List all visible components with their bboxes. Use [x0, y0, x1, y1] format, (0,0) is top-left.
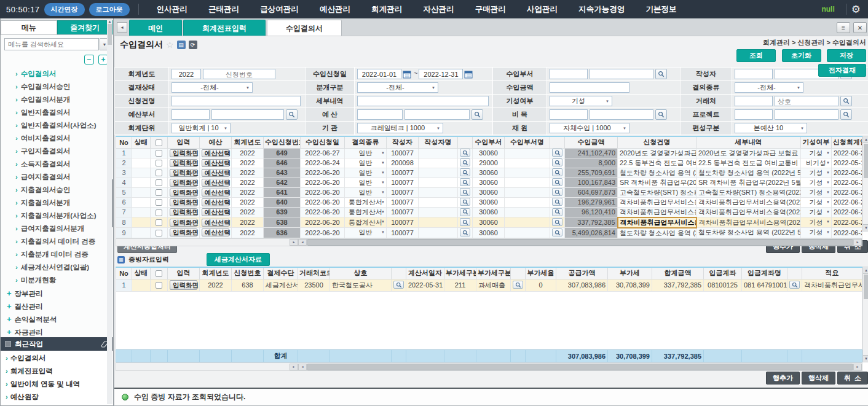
sidebar-item[interactable]: 구입지출결의서	[1, 145, 113, 158]
row-checkbox[interactable]	[156, 199, 162, 206]
top-menu-item[interactable]: 예산관리	[320, 4, 350, 15]
row-checkbox[interactable]	[156, 170, 162, 176]
dept-search-icon[interactable]	[552, 198, 562, 206]
select-all-checkbox[interactable]	[156, 139, 162, 146]
budget-select-button[interactable]: 예산선택	[202, 208, 229, 216]
grid2-hscrollbar[interactable]: ▸◂▸	[116, 362, 862, 371]
input-screen-button[interactable]: 입력화면	[170, 228, 197, 236]
type-select[interactable]: 일반▼	[345, 168, 387, 178]
row-checkbox[interactable]	[156, 160, 162, 166]
top-menu-item[interactable]: 회계관리	[371, 4, 402, 15]
vendor-search-icon[interactable]	[393, 281, 404, 289]
search-button[interactable]: 조회	[736, 49, 776, 62]
request-no-input[interactable]	[203, 69, 275, 79]
type-select[interactable]: 일반▼	[345, 158, 387, 168]
income-row[interactable]: 3 입력화면 예산선택 2022 643 2022-06-20 일반▼	[116, 168, 862, 178]
recent-scrollbar[interactable]: ▲	[107, 20, 112, 404]
jaewon-select[interactable]: 자체수입 | 1000▼	[550, 123, 629, 133]
type-select[interactable]: 일반▼	[345, 178, 387, 187]
save-button[interactable]: 저장	[827, 49, 866, 62]
top-menu-item[interactable]: 기본정보	[645, 4, 676, 15]
hscroll-right-icon[interactable]: ▸	[290, 239, 298, 246]
tab-menu[interactable]: 메뉴	[1, 20, 57, 34]
type-select[interactable]: 일반▼	[345, 187, 387, 197]
vscroll-thumb[interactable]	[864, 144, 868, 178]
budget-select-button[interactable]: 예산선택	[202, 159, 229, 167]
top-menu-item[interactable]: 지속가능경영	[578, 4, 625, 15]
bungae-select[interactable]: -전체-▼	[357, 82, 438, 93]
recent-item[interactable]: 일반이체 연동 및 내역	[1, 378, 113, 391]
detail-input[interactable]	[357, 96, 489, 106]
decision-type-select[interactable]: -전체-▼	[735, 82, 803, 93]
account-search-icon[interactable]	[789, 281, 800, 289]
hscroll-left-icon[interactable]: ◂	[298, 364, 307, 370]
grid2-vscrollbar[interactable]: ▲▼	[862, 267, 868, 362]
row-checkbox[interactable]	[156, 282, 162, 289]
giseong-select[interactable]: 비기성▼	[801, 158, 832, 168]
tab-scroll-left-button[interactable]: ◂	[117, 22, 127, 33]
income-row[interactable]: 6 입력화면 예산선택 2022 640 2022-06-20 통합계산서▼	[116, 197, 862, 207]
title-cell[interactable]: 철도차량 청소사업 용역 (2..	[618, 168, 696, 178]
row-checkbox[interactable]	[156, 179, 162, 186]
project-name-input[interactable]	[775, 109, 838, 120]
project-search-icon[interactable]	[840, 109, 852, 120]
vscroll-up-icon[interactable]: ▲	[863, 267, 868, 274]
income-row[interactable]: 9 입력화면 예산선택 2022 636 2022-06-20 일반▼	[116, 228, 862, 238]
income-row[interactable]: 1 입력화면 예산선택 2022 649 2022-06-27 일반▼	[116, 148, 862, 158]
tab-favorites[interactable]: 즐겨찾기	[57, 20, 114, 34]
favorite-star-icon[interactable]: ☆	[166, 40, 174, 50]
budget-select-button[interactable]: 예산선택	[202, 149, 229, 157]
grid1-vscrollbar[interactable]: ▲▼	[862, 136, 868, 232]
giseong-select[interactable]: 기성▼	[801, 197, 832, 207]
sidebar-item[interactable]: 손익실적분석	[1, 313, 113, 326]
dept-search-icon[interactable]	[552, 228, 562, 236]
title-cell[interactable]: 22.5 동부건축 전도금 여비..	[618, 158, 696, 168]
sidebar-item[interactable]: 결산관리	[1, 300, 113, 313]
org-select[interactable]: 크레일테크 | 1000▼	[357, 123, 443, 133]
input-screen-button[interactable]: 입력화면	[170, 280, 197, 290]
income-dept-name-input[interactable]	[590, 69, 653, 79]
vscroll-down-icon[interactable]: ▼	[863, 355, 868, 362]
calendar-icon[interactable]	[403, 70, 411, 79]
document-tab[interactable]: 메인	[129, 20, 182, 36]
reset-button[interactable]: 초기화	[782, 49, 821, 62]
date-to-input[interactable]	[419, 69, 463, 79]
sidebar-item[interactable]: 일반지출결의서(사업소)	[1, 119, 113, 132]
grid1-hscrollbar[interactable]: ▸◂▸	[116, 238, 862, 246]
hscroll-thumb[interactable]	[307, 364, 853, 370]
acct-unit-select[interactable]: 일반회계 | 10▼	[172, 123, 231, 133]
req-title-input[interactable]	[172, 96, 301, 106]
writer-search-icon[interactable]	[460, 198, 470, 206]
sidebar-item[interactable]: 지출결의서 데이터 검증	[1, 235, 113, 248]
input-screen-button[interactable]: 입력화면	[170, 219, 197, 227]
giseong-select[interactable]: 기성▼	[801, 168, 832, 178]
dept-search-icon[interactable]	[552, 178, 562, 186]
sidebar-item[interactable]: 여비지출결의서	[1, 132, 113, 145]
title-cell[interactable]: 고속철도차량(SRT) 청소용..	[618, 187, 696, 197]
vscroll-down-icon[interactable]: ▼	[863, 224, 868, 231]
vendor-code-input[interactable]	[735, 96, 773, 106]
title-cell[interactable]: 철도차량 청소사업 용역 (2..	[618, 228, 696, 238]
project-code-input[interactable]	[735, 109, 773, 120]
add-row-button-2[interactable]: 행추가	[766, 372, 800, 385]
sidebar-item[interactable]: 일반지출결의서	[1, 106, 113, 119]
input-screen-button[interactable]: 입력화면	[170, 189, 197, 197]
giseong-select[interactable]: 기성▼	[801, 178, 832, 187]
extend-time-button[interactable]: 시간연장	[44, 3, 85, 16]
vscroll-thumb[interactable]	[864, 275, 868, 299]
dept-search-icon[interactable]	[552, 149, 562, 157]
budget-code-input[interactable]	[357, 109, 403, 120]
budget-select-button[interactable]: 예산선택	[202, 169, 229, 177]
input-screen-button[interactable]: 입력화면	[170, 159, 197, 167]
title-cell[interactable]: 객차비품취급업무서비스용..	[618, 207, 696, 217]
giseong-select[interactable]: 기성▼	[801, 148, 832, 158]
sidebar-item[interactable]: 수입결의서	[1, 68, 113, 80]
top-menu-item[interactable]: 근태관리	[208, 4, 239, 15]
top-menu-item[interactable]: 급상여관리	[260, 4, 299, 15]
sidebar-item[interactable]: 급여지출결의서분개	[1, 222, 113, 235]
year-input[interactable]	[172, 69, 201, 79]
dept-search-icon[interactable]	[552, 208, 562, 216]
input-screen-button[interactable]: 입력화면	[170, 198, 197, 206]
budget-select-button[interactable]: 예산선택	[202, 219, 229, 227]
calendar-icon-2[interactable]	[464, 70, 473, 79]
